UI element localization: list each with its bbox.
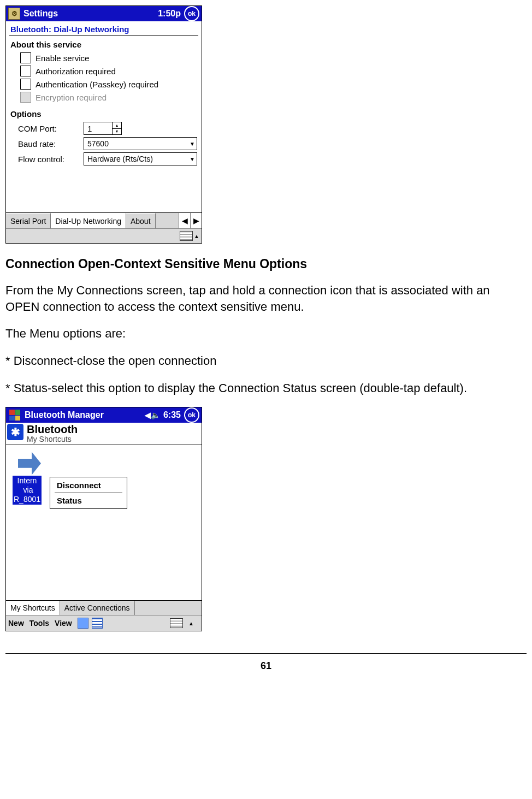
- com-port-label: COM Port:: [11, 124, 84, 133]
- paragraph: * Status-select this option to display t…: [5, 380, 527, 396]
- paragraph: From the My Connections screen, tap and …: [5, 282, 527, 315]
- tab-strip: Serial Port Dial-Up Networking About ◀ ▶: [6, 212, 202, 228]
- paragraph: * Disconnect-close the open connection: [5, 353, 527, 369]
- titlebar: ⚙ Settings 1:50p ok: [6, 6, 202, 21]
- tab-my-shortcuts[interactable]: My Shortcuts: [6, 601, 60, 615]
- header: ✱ Bluetooth My Shortcuts: [6, 423, 202, 445]
- sip-up-icon[interactable]: ▲: [188, 620, 194, 626]
- about-section-title: About this service: [9, 39, 198, 51]
- page-title: Bluetooth: Dial-Up Networking: [9, 22, 198, 35]
- baud-rate-row: Baud rate: 57600 ▼: [9, 136, 198, 151]
- keyboard-icon[interactable]: [180, 231, 193, 241]
- ok-button[interactable]: ok: [184, 6, 199, 21]
- bluetooth-manager-window: Bluetooth Manager ◀🔈 6:35 ok ✱ Bluetooth…: [5, 407, 202, 631]
- tab-dial-up-networking[interactable]: Dial-Up Networking: [51, 213, 126, 228]
- checkbox-icon[interactable]: [20, 52, 31, 63]
- settings-window: ⚙ Settings 1:50p ok Bluetooth: Dial-Up N…: [5, 5, 202, 244]
- checkbox-icon: [20, 92, 31, 103]
- dropdown-icon[interactable]: ▼: [188, 156, 197, 162]
- checkbox-icon[interactable]: [20, 79, 31, 90]
- com-port-spinner[interactable]: 1 ▲▼: [84, 122, 122, 135]
- paragraph: The Menu options are:: [5, 325, 527, 342]
- subtitle: My Shortcuts: [27, 435, 78, 443]
- connection-icon[interactable]: [18, 452, 41, 475]
- window-title: Bluetooth Manager: [25, 410, 145, 420]
- start-icon[interactable]: [8, 409, 21, 422]
- tab-about[interactable]: About: [126, 213, 156, 228]
- section-heading: Connection Open-Context Sensitive Menu O…: [5, 257, 527, 271]
- menu-separator: [55, 493, 122, 493]
- authorization-label: Authorization required: [36, 67, 116, 76]
- authorization-row[interactable]: Authorization required: [9, 64, 198, 78]
- authentication-row[interactable]: Authentication (Passkey) required: [9, 78, 198, 91]
- tab-serial-port[interactable]: Serial Port: [6, 213, 51, 228]
- options-section-title: Options: [9, 108, 198, 121]
- flow-control-label: Flow control:: [11, 155, 84, 164]
- checkbox-icon[interactable]: [20, 66, 31, 76]
- encryption-row: Encryption required: [9, 91, 198, 104]
- enable-service-label: Enable service: [36, 54, 89, 63]
- dropdown-icon[interactable]: ▼: [188, 141, 197, 147]
- flow-control-value: Hardware (Rts/Cts): [87, 155, 188, 163]
- document-body: Connection Open-Context Sensitive Menu O…: [5, 257, 527, 396]
- clock: 6:35: [163, 410, 181, 420]
- authentication-label: Authentication (Passkey) required: [36, 80, 158, 89]
- list-view-icon[interactable]: [92, 618, 103, 629]
- bluetooth-icon: ✱: [7, 424, 23, 440]
- encryption-label: Encryption required: [36, 93, 107, 102]
- tab-active-connections[interactable]: Active Connections: [60, 601, 135, 615]
- tab-scroll-right-icon[interactable]: ▶: [190, 213, 202, 228]
- sip-bar: ▲: [6, 228, 202, 243]
- tab-strip: My Shortcuts Active Connections: [6, 600, 202, 615]
- spinner-arrows-icon[interactable]: ▲▼: [112, 122, 121, 134]
- sip-up-icon[interactable]: ▲: [194, 233, 199, 239]
- connection-label[interactable]: Intern via R_8001: [13, 476, 42, 504]
- menu-bar: New Tools View ▲: [6, 615, 202, 631]
- settings-app-icon: ⚙: [8, 8, 20, 20]
- flow-control-row: Flow control: Hardware (Rts/Cts) ▼: [9, 151, 198, 167]
- enable-service-row[interactable]: Enable service: [9, 51, 198, 64]
- menu-tools[interactable]: Tools: [29, 619, 49, 628]
- menu-new[interactable]: New: [8, 619, 24, 628]
- page-number: 61: [5, 653, 527, 683]
- baud-rate-value: 57600: [87, 139, 188, 148]
- titlebar: Bluetooth Manager ◀🔈 6:35 ok: [6, 407, 202, 423]
- speaker-icon[interactable]: ◀🔈: [145, 411, 160, 419]
- menu-view[interactable]: View: [55, 619, 72, 628]
- baud-rate-combo[interactable]: 57600 ▼: [84, 137, 197, 150]
- context-menu: Disconnect Status: [50, 477, 127, 509]
- ok-button[interactable]: ok: [184, 407, 199, 423]
- menu-status[interactable]: Status: [50, 495, 127, 506]
- shortcut-grid: Intern via R_8001 Disconnect Status: [6, 445, 202, 600]
- com-port-row: COM Port: 1 ▲▼: [9, 121, 198, 136]
- bluetooth-toolbar-icon[interactable]: [78, 618, 88, 629]
- window-title: Settings: [23, 9, 158, 19]
- brand-title: Bluetooth: [27, 424, 78, 435]
- baud-rate-label: Baud rate:: [11, 139, 84, 149]
- tab-scroll-left-icon[interactable]: ◀: [179, 213, 190, 228]
- flow-control-combo[interactable]: Hardware (Rts/Cts) ▼: [84, 152, 197, 165]
- menu-disconnect[interactable]: Disconnect: [50, 480, 127, 491]
- com-port-value: 1: [84, 122, 112, 134]
- keyboard-icon[interactable]: [170, 618, 183, 628]
- clock: 1:50p: [158, 9, 181, 19]
